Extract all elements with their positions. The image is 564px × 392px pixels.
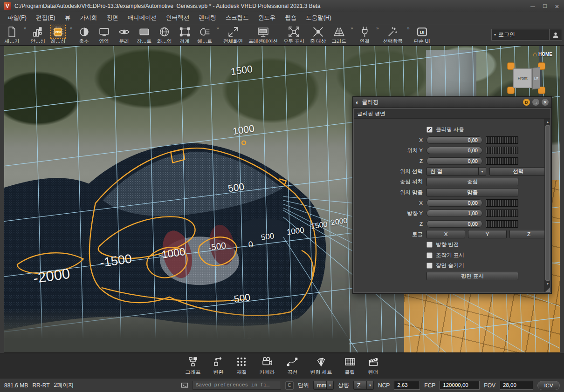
curve-icon bbox=[287, 356, 298, 368]
menu-help[interactable]: 도움말(H) bbox=[301, 13, 336, 23]
tool-grid[interactable]: 그리드 bbox=[329, 24, 349, 45]
panel-resize-grip[interactable] bbox=[545, 287, 550, 292]
position-y-thumbwheel[interactable] bbox=[486, 147, 518, 154]
toggle-y-button[interactable]: Y bbox=[468, 230, 507, 238]
show-manipulator-label: 조작기 표시 bbox=[436, 252, 464, 259]
user-avatar-icon[interactable] bbox=[549, 29, 562, 40]
menu-edit[interactable]: 편집(E) bbox=[31, 13, 60, 23]
clear-message-button[interactable]: C bbox=[285, 381, 294, 390]
menu-animation[interactable]: 애니메이션 bbox=[123, 13, 162, 23]
tool-fullscreen[interactable]: 전체화면 bbox=[220, 24, 246, 45]
dock-label: 카메라 bbox=[259, 369, 275, 376]
dock-clip[interactable]: 클립 bbox=[344, 356, 356, 376]
tool-presentation[interactable]: 프레젠테이션 bbox=[246, 24, 281, 45]
position-x-field[interactable]: 0,00 bbox=[426, 136, 482, 144]
panel-scrollbar[interactable] bbox=[544, 119, 550, 292]
tool-raytracing[interactable]: CPU레…싱 bbox=[48, 24, 69, 45]
tool-headlight[interactable]: 헤…트 bbox=[195, 24, 215, 45]
show-manipulator-checkbox[interactable] bbox=[426, 252, 433, 258]
clipping-icon: ◐ bbox=[356, 99, 359, 106]
select-button[interactable]: 선택 bbox=[489, 167, 547, 176]
dock-camera[interactable]: 카메라 bbox=[259, 356, 275, 376]
flip-direction-checkbox[interactable] bbox=[426, 242, 433, 248]
titlebar[interactable]: V C:/ProgramData/Autodesk/VREDPro-13.3/e… bbox=[0, 0, 564, 12]
dock-panel-button[interactable]: D bbox=[523, 99, 530, 106]
menu-script[interactable]: 스크립트 bbox=[221, 13, 254, 23]
menu-view[interactable]: 뷰 bbox=[60, 13, 76, 23]
align-button[interactable]: 맞춤 bbox=[426, 188, 518, 196]
close-panel-icon[interactable] bbox=[542, 99, 549, 106]
dock-variant-sets[interactable]: 변형 세트 bbox=[310, 356, 332, 376]
menu-visualization[interactable]: 가시화 bbox=[75, 13, 102, 23]
car-model[interactable] bbox=[4, 143, 326, 331]
hide-scene-checkbox[interactable] bbox=[426, 263, 433, 269]
tool-separate[interactable]: 분리 bbox=[114, 24, 134, 45]
console-icon[interactable] bbox=[181, 382, 188, 389]
tool-connect[interactable]: 연결 bbox=[355, 24, 375, 45]
position-select-dropdown[interactable]: 한 점 bbox=[426, 167, 486, 176]
scroll-down-icon[interactable] bbox=[545, 281, 550, 287]
viewcube-left-face[interactable]: Lft bbox=[532, 67, 540, 89]
direction-x-thumbwheel[interactable] bbox=[486, 199, 518, 207]
menu-scene[interactable]: 장면 bbox=[102, 13, 123, 23]
tool-zoom-target[interactable]: 줌 대상 bbox=[307, 24, 329, 45]
tool-boundary[interactable]: 경계 bbox=[175, 24, 195, 45]
dock-graph[interactable]: 그래프 bbox=[185, 356, 200, 376]
tool-simple-ui[interactable]: UI단순 UI bbox=[411, 24, 433, 45]
position-x-thumbwheel[interactable] bbox=[486, 136, 518, 144]
center-button[interactable]: 중심 bbox=[426, 178, 518, 186]
close-window-icon[interactable] bbox=[554, 2, 560, 10]
tool-downscale[interactable]: 축소 bbox=[74, 24, 94, 45]
show-plane-button[interactable]: 평면 표시 bbox=[426, 272, 518, 280]
toggle-z-button[interactable]: Z bbox=[509, 230, 548, 238]
dock-curve[interactable]: 곡선 bbox=[287, 356, 298, 376]
menu-webshop[interactable]: 웹숍 bbox=[280, 13, 301, 23]
tool-backplate[interactable]: 장…트 bbox=[134, 24, 155, 45]
unit-dropdown[interactable]: mm bbox=[313, 381, 334, 390]
dock-label: 클립 bbox=[345, 369, 355, 376]
clipping-enable-checkbox[interactable] bbox=[426, 127, 433, 133]
toggle-x-button[interactable]: X bbox=[426, 230, 465, 238]
clipping-panel-titlebar[interactable]: ◐ 클리핑 D bbox=[353, 97, 551, 108]
tool-label: 단순 UI bbox=[414, 38, 430, 44]
icv-button[interactable]: ICV bbox=[537, 381, 560, 390]
direction-z-field[interactable]: 0,00 bbox=[426, 220, 482, 228]
tool-wireframe[interactable]: 와…임 bbox=[154, 24, 175, 45]
ncp-field[interactable]: 2,63 bbox=[394, 381, 420, 390]
position-z-thumbwheel[interactable] bbox=[486, 157, 518, 165]
menu-file[interactable]: 파일(F) bbox=[3, 13, 31, 23]
dock-render[interactable]: 렌더 bbox=[368, 356, 379, 376]
login-box[interactable]: 로그인 bbox=[491, 29, 562, 41]
fov-field[interactable]: 28,00 bbox=[500, 381, 533, 390]
tool-new-file[interactable]: 새…기 bbox=[2, 24, 22, 45]
fcp-field[interactable]: 120000,00 bbox=[440, 381, 480, 390]
undock-panel-icon[interactable] bbox=[532, 99, 539, 106]
viewport-3d[interactable]: 150010005000500100015002000-500-1000-150… bbox=[4, 46, 560, 353]
position-z-field[interactable]: 0,00 bbox=[426, 157, 482, 165]
tool-label: 분리 bbox=[119, 38, 129, 44]
direction-y-field[interactable]: 1,00 bbox=[426, 210, 482, 217]
scrollbar-thumb[interactable] bbox=[545, 125, 550, 281]
direction-z-thumbwheel[interactable] bbox=[486, 220, 518, 228]
direction-y-thumbwheel[interactable] bbox=[486, 210, 518, 217]
menu-rendering[interactable]: 렌더링 bbox=[194, 13, 221, 23]
home-label[interactable]: HOME bbox=[538, 52, 552, 57]
viewcube-front-face[interactable]: Front bbox=[513, 68, 532, 88]
home-icon[interactable]: ⌂ bbox=[533, 51, 537, 57]
maximize-icon[interactable] bbox=[542, 2, 548, 10]
scroll-up-icon[interactable] bbox=[545, 119, 550, 125]
view-cube[interactable]: ⌂ HOME Front Lft bbox=[504, 51, 552, 99]
tool-selection[interactable]: 선택항목 bbox=[380, 24, 406, 45]
menu-window[interactable]: 윈도우 bbox=[254, 13, 281, 23]
dock-transform[interactable]: 변환 bbox=[213, 356, 224, 376]
up-axis-dropdown[interactable]: Z bbox=[353, 381, 374, 390]
minimize-icon[interactable] bbox=[530, 2, 536, 10]
position-y-field[interactable]: 0,00 bbox=[426, 147, 482, 154]
backplate-icon bbox=[137, 25, 151, 38]
dock-material[interactable]: 재질 bbox=[236, 356, 247, 376]
menu-interaction[interactable]: 인터랙션 bbox=[161, 13, 194, 23]
tool-region[interactable]: 영역 bbox=[94, 24, 114, 45]
tool-show-all[interactable]: 모두 표시 bbox=[281, 24, 307, 45]
direction-x-field[interactable]: 0,00 bbox=[426, 199, 482, 207]
tool-antialiasing[interactable]: 안…싱 bbox=[28, 24, 48, 45]
